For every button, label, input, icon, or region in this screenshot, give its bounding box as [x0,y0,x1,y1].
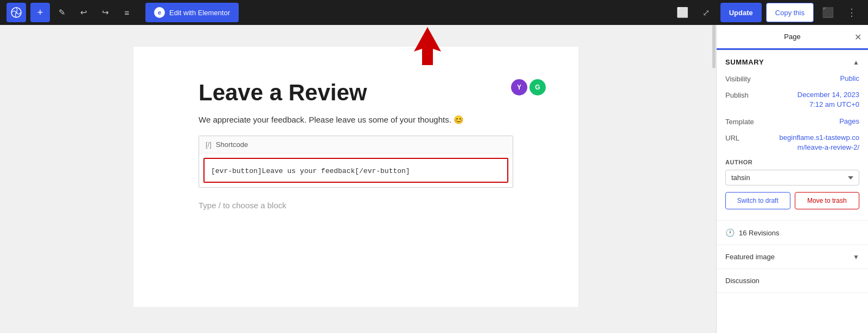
visibility-label: Visibility [725,74,751,83]
preview-button[interactable]: ⤢ [697,3,716,22]
revisions-icon: 🕐 [725,228,735,237]
url-label: URL [725,133,739,142]
sidebar-close-button[interactable]: ✕ [854,33,861,42]
shortcode-content[interactable]: [evr-button]Leave us your feedback[/evr-… [203,158,508,183]
discussion-header[interactable]: Discussion [717,269,868,292]
sidebar-tabs: Page ✕ [717,25,868,50]
template-label: Template [725,117,754,126]
publish-row: Publish December 14, 2023 7:12 am UTC+0 [725,90,859,110]
featured-image-header[interactable]: Featured image ▼ [717,245,868,268]
featured-image-title: Featured image [725,253,775,261]
copy-this-button[interactable]: Copy this [766,3,814,22]
subtitle-text: We appreciate your feedback. Please leav… [199,115,513,125]
toolbar-right: ⬜ ⤢ Update Copy this ⬛ ⋮ [673,3,861,22]
wp-logo[interactable] [7,3,26,22]
add-block-button[interactable]: + [30,3,50,22]
sidebar: Page ✕ Summary ▲ Visibility Public Publi… [716,25,868,333]
summary-section-header[interactable]: Summary ▲ [717,50,868,74]
undo-button[interactable]: ↩ [74,3,93,22]
tab-page[interactable]: Page [717,25,868,50]
more-options-button[interactable]: ⋮ [842,3,861,22]
revisions-text: 16 Revisions [739,229,779,237]
shortcode-label: Shortcode [216,140,248,149]
grammarly-icon: G [529,79,546,95]
featured-image-section: Featured image ▼ [717,245,868,269]
template-value[interactable]: Pages [839,117,859,126]
main-layout: Y G Leave a Review We appreciate your fe… [0,25,868,333]
wp-logo-icon [11,7,22,18]
summary-title: Summary [725,58,764,66]
author-select[interactable]: tahsin [725,170,859,185]
page-title: Leave a Review [199,79,513,106]
revisions-row[interactable]: 🕐 16 Revisions [717,221,868,245]
summary-toggle-icon: ▲ [853,59,859,66]
edit-with-elementor-button[interactable]: e Edit with Elementor [145,3,239,22]
author-label: AUTHOR [725,159,859,165]
toolbar: + ✎ ↩ ↪ ≡ e Edit with Elementor ⬜ ⤢ Upda… [0,0,868,25]
publish-label: Publish [725,90,749,99]
desktop-view-button[interactable]: ⬜ [673,3,692,22]
url-value[interactable]: beginflame.s1-tastewp.com/leave-a-review… [773,133,859,152]
url-row: URL beginflame.s1-tastewp.com/leave-a-re… [725,133,859,152]
publish-value[interactable]: December 14, 2023 7:12 am UTC+0 [797,90,859,110]
shortcode-header: [/] Shortcode [199,136,513,153]
discussion-section: Discussion [717,269,868,293]
shortcode-block[interactable]: [/] Shortcode [evr-button]Leave us your … [199,136,513,188]
ai-icons: Y G [511,79,546,95]
editor-content: Y G Leave a Review We appreciate your fe… [133,47,578,307]
sidebar-scroll-thumb[interactable] [712,25,716,68]
tools-button[interactable]: ✎ [52,3,72,22]
move-to-trash-button[interactable]: Move to trash [795,192,860,209]
featured-image-chevron-icon: ▼ [853,253,859,261]
block-placeholder[interactable]: Type / to choose a block [199,196,513,214]
editor-area: Y G Leave a Review We appreciate your fe… [0,25,712,333]
switch-to-draft-button[interactable]: Switch to draft [725,192,790,209]
action-buttons: Switch to draft Move to trash [725,192,859,209]
update-button[interactable]: Update [720,3,762,22]
visibility-value[interactable]: Public [840,74,859,84]
settings-view-button[interactable]: ⬛ [818,3,838,22]
yoast-icon: Y [511,79,527,95]
redo-button[interactable]: ↪ [95,3,115,22]
visibility-row: Visibility Public [725,74,859,84]
sidebar-scrollbar[interactable] [712,25,716,333]
summary-content: Visibility Public Publish December 14, 2… [717,74,868,220]
elementor-icon: e [154,7,165,18]
template-row: Template Pages [725,117,859,126]
shortcode-code[interactable]: [evr-button]Leave us your feedback[/evr-… [211,167,410,175]
shortcode-icon: [/] [206,140,212,149]
discussion-title: Discussion [725,277,760,285]
summary-section: Summary ▲ Visibility Public Publish Dece… [717,50,868,221]
list-view-button[interactable]: ≡ [117,3,137,22]
